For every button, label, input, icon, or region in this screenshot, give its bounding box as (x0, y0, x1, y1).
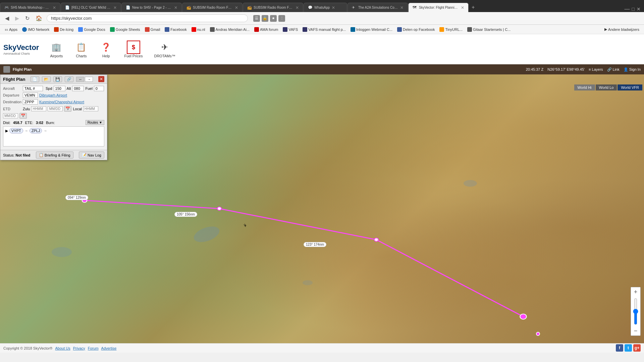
ext-icon-2[interactable]: 🔒 (262, 15, 268, 22)
reload-button[interactable]: ↻ (23, 14, 31, 22)
nav-help[interactable]: ❓ Help (95, 39, 117, 60)
privacy-link[interactable]: Privacy (73, 346, 85, 350)
bookmark-vafs-manual[interactable]: VAFS manual flight p... (301, 27, 347, 32)
etd-zulu-hhmm[interactable] (31, 106, 46, 111)
bookmark-andras[interactable]: Andras Meridian Ai... (209, 27, 251, 32)
about-us-link[interactable]: About Us (55, 346, 70, 350)
fp-toggle-left[interactable]: ↔ (76, 77, 84, 82)
fuel-input[interactable] (94, 86, 104, 91)
tab-7-close[interactable]: ✕ (400, 5, 404, 10)
ext-icon-1[interactable]: ☰ (253, 15, 260, 22)
advertise-link[interactable]: Advertise (101, 346, 117, 350)
route-label-3: 123° 174nm (304, 242, 326, 247)
address-bar[interactable] (47, 14, 248, 22)
fp-close-button[interactable]: ✕ (98, 76, 104, 82)
tab-1-close[interactable]: ✕ (53, 5, 56, 10)
map-area[interactable]: 094° 129nm 105° 156nm 123° 174nm + World… (0, 74, 644, 353)
briefing-filing-button[interactable]: 📋 Briefing & Filing (36, 152, 73, 159)
forward-button[interactable]: ▶ (13, 14, 21, 22)
gitaar-icon (467, 27, 472, 32)
routes-button[interactable]: Routes ▼ (86, 120, 104, 125)
tab-8-close[interactable]: ✕ (461, 5, 464, 10)
bookmark-fb[interactable]: Facebook (163, 27, 188, 32)
forum-link[interactable]: Forum (88, 346, 99, 350)
bookmark-apps[interactable]: ⚏ Apps (3, 27, 19, 32)
destination-airport-link[interactable]: Kunming/Changshui Airport (39, 100, 84, 104)
bookmark-imo[interactable]: IMO Network (21, 27, 51, 32)
departure-code-input[interactable] (23, 93, 38, 98)
tab-5-close[interactable]: ✕ (296, 5, 299, 10)
zoom-out-button[interactable]: − (631, 326, 640, 336)
fp-save-button[interactable]: 💾 (53, 76, 62, 82)
facebook-icon[interactable]: f (616, 344, 623, 352)
fp-open-button[interactable]: 📂 (42, 76, 51, 82)
bookmark-gmail[interactable]: Gmail (144, 27, 162, 32)
destination-code-input[interactable] (23, 99, 38, 105)
link-button[interactable]: 🔗 Link (607, 67, 620, 72)
map-coordinates: N26°59.17' E98°49.45' (547, 67, 585, 71)
waypoint-vypt[interactable]: VYPT (9, 128, 23, 133)
tab-6-close[interactable]: ✕ (332, 5, 335, 10)
tab-bar: 🎮 SH5 Mods Workshop - Pa... ✕ 📄 [REL] OL… (0, 0, 644, 12)
new-tab-button[interactable]: + (469, 4, 477, 10)
nav-fuel-prices[interactable]: $ Fuel Prices (120, 39, 147, 60)
tail-input[interactable] (23, 86, 43, 91)
etd-local-mmdd[interactable] (3, 113, 18, 118)
tab-3[interactable]: 📄 New to SH5! - Page 2 - SU... ✕ (121, 3, 182, 12)
googleplus-icon[interactable]: g+ (633, 344, 641, 352)
tab-6[interactable]: 💬 WhatsApp ✕ (304, 3, 347, 12)
nav-charts[interactable]: 📋 Charts (70, 39, 92, 60)
bookmark-inloggen[interactable]: Inloggen Webmail C... (349, 27, 394, 32)
tab-5[interactable]: 📻 SUBSIM Radio Room Forun... ✕ (243, 3, 303, 12)
twitter-icon[interactable]: t (625, 344, 632, 352)
world-vfr-button[interactable]: World VFR (618, 84, 642, 90)
tab-3-close[interactable]: ✕ (174, 5, 177, 10)
tab-1[interactable]: 🎮 SH5 Mods Workshop - Pa... ✕ (0, 3, 60, 12)
fp-new-button[interactable]: 📄 (31, 76, 39, 82)
zoom-in-button[interactable]: + (631, 287, 640, 297)
etd-zulu-mmdd[interactable] (48, 106, 63, 111)
signin-button[interactable]: 👤 Sign In (624, 67, 641, 72)
tab-8-active[interactable]: 🗺 SkyVector: Flight Planning... ✕ (408, 3, 469, 12)
etd-zulu-cal[interactable]: 📅 (64, 106, 71, 112)
bookmark-deicing[interactable]: De-Icing (53, 27, 75, 32)
nav-log-button[interactable]: 📝 Nav Log (79, 152, 104, 159)
tab-4-close[interactable]: ✕ (235, 5, 238, 10)
sv-logo[interactable]: SkyVector Aeronautical Charts (3, 43, 39, 55)
bookmark-gdocs[interactable]: Google Docs (77, 27, 107, 32)
bookmark-other[interactable]: ▶ Andere bladwijzers (603, 27, 641, 32)
ext-icon-3[interactable]: ★ (270, 15, 277, 22)
bookmark-tinyurl[interactable]: TinyURL... (438, 27, 464, 32)
etd-local-hhmm[interactable] (83, 106, 98, 111)
bookmark-gsheets[interactable]: Google Sheets (109, 27, 142, 32)
waypoint-zplj[interactable]: ZPLJ (30, 128, 42, 133)
nav-drotams[interactable]: ✈ DROTAMs™ (150, 39, 179, 60)
bookmark-gitaar[interactable]: Gitaar Startersets | C... (466, 27, 512, 32)
home-button[interactable]: 🏠 (34, 14, 44, 22)
close-btn[interactable]: ✕ (637, 6, 641, 12)
spd-input[interactable] (54, 86, 65, 91)
minimize-btn[interactable]: — (625, 6, 630, 12)
etd-local-cal[interactable]: 📅 (19, 113, 27, 119)
fp-share-button[interactable]: 🔗 (65, 76, 73, 82)
ext-icon-4[interactable]: ⋮ (278, 15, 285, 22)
bookmark-ama[interactable]: AMA forum (253, 27, 279, 32)
bookmark-vafs[interactable]: VAFS (281, 27, 299, 32)
alt-input[interactable] (72, 86, 84, 91)
zoom-slider[interactable] (633, 298, 638, 325)
departure-airport-link[interactable]: Dibrugarh Airport (39, 93, 67, 97)
world-hi-button[interactable]: World Hi (574, 84, 595, 90)
bookmark-delen[interactable]: Delen op Facebook (396, 27, 436, 32)
maximize-btn[interactable]: □ (632, 6, 635, 12)
bookmark-nu[interactable]: nu.nl (190, 27, 207, 32)
fp-toggle-right[interactable]: → (85, 77, 93, 82)
tab-2[interactable]: 📄 [REL] OLC 'Gold' MkIId - S... ✕ (61, 3, 121, 12)
layers-button[interactable]: ≡ Layers (589, 67, 603, 71)
fp-panel-header: Flight Plan 📄 📂 💾 🔗 ↔ → ✕ (0, 75, 107, 84)
tab-4[interactable]: 📻 SUBSIM Radio Room Forum... ✕ (182, 3, 243, 12)
world-lo-button[interactable]: World Lo (596, 84, 617, 90)
back-button[interactable]: ◀ (3, 14, 11, 22)
tab-7[interactable]: ✈ The A2A Simulations Com... ✕ (347, 3, 408, 12)
nav-airports[interactable]: 🏢 Airports (46, 39, 67, 60)
tab-2-close[interactable]: ✕ (113, 5, 117, 10)
